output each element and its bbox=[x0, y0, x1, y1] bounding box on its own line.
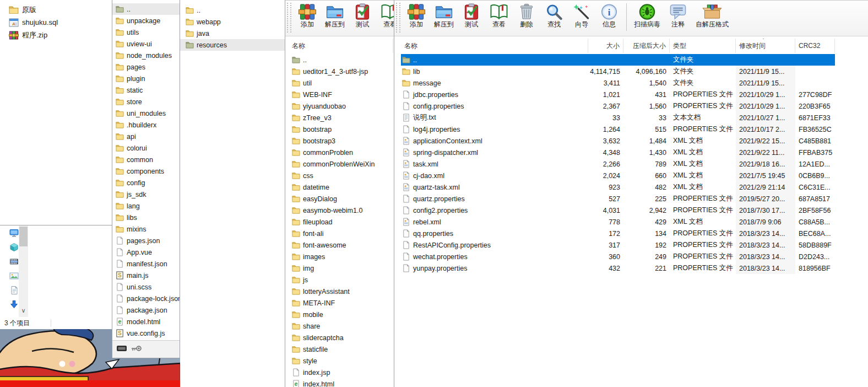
list-item[interactable]: .. bbox=[289, 54, 394, 66]
list-item[interactable]: img bbox=[289, 262, 394, 274]
scrollbar-thumb[interactable] bbox=[19, 227, 28, 246]
list-item[interactable]: js bbox=[289, 274, 394, 286]
table-row[interactable]: ..文件夹 bbox=[401, 54, 835, 66]
column-header-name[interactable]: 名称 bbox=[289, 39, 393, 53]
list-item[interactable]: node_modules bbox=[112, 50, 180, 61]
column-header-name[interactable]: 名称 bbox=[401, 39, 588, 53]
list-item[interactable]: colorui bbox=[112, 142, 180, 154]
table-row[interactable]: 说明.txt3333文本文档2021/10/27 1...6871EF33 bbox=[401, 112, 835, 123]
list-item[interactable]: plugin bbox=[112, 73, 180, 84]
picture-icon[interactable] bbox=[9, 271, 19, 281]
list-item[interactable]: js_sdk bbox=[112, 189, 180, 200]
table-row[interactable]: cj-dao.xml2,024660XML 文档2021/7/5 19:450C… bbox=[401, 170, 835, 181]
table-row[interactable]: message3,4111,540文件夹2021/11/9 15... bbox=[401, 77, 835, 89]
column-header-type[interactable]: 类型 bbox=[670, 39, 736, 53]
column-header-mtime[interactable]: ˇ修改时间 bbox=[736, 39, 795, 53]
list-item[interactable]: font-awesome bbox=[289, 239, 394, 251]
list-item[interactable]: lotteryAssistant bbox=[289, 286, 394, 297]
list-item[interactable]: pages bbox=[112, 61, 180, 73]
table-row[interactable]: qq.properties172134PROPERTIES 文件2018/3/2… bbox=[401, 228, 835, 239]
toolbar-button-view[interactable]: 查看 bbox=[376, 1, 394, 29]
toolbar-button-test[interactable]: 测试 bbox=[349, 1, 376, 29]
list-item[interactable]: bootstrap3 bbox=[289, 135, 394, 147]
list-item[interactable]: font-ali bbox=[289, 228, 394, 239]
list-item[interactable]: mobile bbox=[289, 309, 394, 320]
list-item[interactable]: zTree_v3 bbox=[289, 112, 394, 123]
toolbar-button-add[interactable]: 添加 bbox=[294, 1, 321, 29]
toolbar-button-find[interactable]: 查找 bbox=[540, 1, 568, 29]
list-item[interactable]: store bbox=[112, 96, 180, 108]
list-item[interactable]: commonProblen bbox=[289, 147, 394, 158]
list-item[interactable]: share bbox=[289, 320, 394, 332]
list-item[interactable]: Smain.js bbox=[112, 270, 180, 281]
list-item[interactable]: webapp bbox=[180, 16, 285, 28]
toolbar-drag-handle[interactable] bbox=[396, 3, 400, 33]
list-item[interactable]: api bbox=[112, 131, 180, 142]
list-item[interactable]: .. bbox=[180, 4, 285, 16]
list-item[interactable]: css bbox=[289, 170, 394, 181]
toolbar-button-comment[interactable]: 注释 bbox=[664, 1, 692, 29]
list-item[interactable]: images bbox=[289, 251, 394, 262]
list-item[interactable]: uview-ui bbox=[112, 38, 180, 50]
toolbar-button-view[interactable]: 查看 bbox=[485, 1, 513, 29]
list-item[interactable]: Svue.config.js bbox=[112, 327, 180, 339]
table-row[interactable]: task.xml2,266789XML 文档2021/9/18 16...12A… bbox=[401, 158, 835, 170]
list-item[interactable]: Ashujuku.sql bbox=[0, 16, 112, 29]
list-item[interactable]: config bbox=[112, 177, 180, 189]
shape3d-icon[interactable] bbox=[9, 243, 19, 252]
list-item[interactable]: WEB-INF bbox=[289, 89, 394, 100]
table-row[interactable]: spring-dispatcher.xml4,3481,430XML 文档202… bbox=[401, 147, 835, 158]
toolbar-button-delete[interactable]: 删除 bbox=[513, 1, 540, 29]
table-row[interactable]: quartz.properties527225PROPERTIES 文件2019… bbox=[401, 193, 835, 205]
nav-scrollbar[interactable] bbox=[19, 225, 28, 317]
column-header-size[interactable]: 大小 bbox=[588, 39, 623, 53]
list-item[interactable]: lang bbox=[112, 200, 180, 212]
table-row[interactable]: log4j.properties1,264515PROPERTIES 文件202… bbox=[401, 123, 835, 135]
table-row[interactable]: quartz-task.xml923482XML 文档2021/2/9 21:1… bbox=[401, 181, 835, 193]
list-item[interactable]: slidercaptcha bbox=[289, 332, 394, 343]
list-item[interactable]: ueditor1_4_3-utf8-jsp bbox=[289, 66, 394, 77]
list-item[interactable]: components bbox=[112, 165, 180, 177]
video-icon[interactable] bbox=[9, 257, 19, 266]
column-header-packed[interactable]: 压缩后大小 bbox=[623, 39, 670, 53]
list-item[interactable]: App.vue bbox=[112, 246, 180, 258]
list-item[interactable]: common bbox=[112, 154, 180, 165]
slide-dot-active[interactable] bbox=[59, 361, 66, 367]
toolbar-button-extract[interactable]: 解压到 bbox=[430, 1, 458, 29]
list-item[interactable]: util bbox=[289, 77, 394, 89]
table-row[interactable]: lib4,114,7154,096,160文件夹2021/11/9 15... bbox=[401, 66, 835, 77]
download-icon[interactable] bbox=[9, 300, 19, 309]
list-item[interactable]: bootstrap bbox=[289, 123, 394, 135]
list-item[interactable]: uni.scss bbox=[112, 281, 180, 293]
list-item[interactable]: commonProblenWeiXin bbox=[289, 158, 394, 170]
table-row[interactable]: yunpay.properties432221PROPERTIES 文件2018… bbox=[401, 262, 835, 274]
slide-dot[interactable] bbox=[69, 361, 75, 367]
list-item[interactable]: staticfile bbox=[289, 343, 394, 355]
table-row[interactable]: rebel.xml778429XML 文档2018/7/9 9:06C88A5B… bbox=[401, 216, 835, 228]
toolbar-button-scan[interactable]: 扫描病毒 bbox=[630, 1, 664, 29]
list-item[interactable]: emodel.html bbox=[112, 316, 180, 327]
toolbar-button-extract[interactable]: 解压到 bbox=[321, 1, 349, 29]
chevron-down-icon[interactable]: ∨ bbox=[20, 307, 27, 314]
list-item[interactable]: libs bbox=[112, 212, 180, 223]
table-row[interactable]: applicationContext.xml3,6321,484XML 文档20… bbox=[401, 135, 835, 147]
toolbar-button-wizard[interactable]: 向导 bbox=[568, 1, 595, 29]
table-row[interactable]: wechat.properties360249PROPERTIES 文件2018… bbox=[401, 251, 835, 262]
list-item[interactable]: manifest.json bbox=[112, 258, 180, 270]
table-row[interactable]: jdbc.properties1,021431PROPERTIES 文件2021… bbox=[401, 89, 835, 100]
list-item[interactable]: uni_modules bbox=[112, 108, 180, 119]
toolbar-drag-handle[interactable] bbox=[287, 3, 291, 33]
list-item[interactable]: eindex.html bbox=[289, 378, 394, 387]
column-header-crc[interactable]: CRC32 bbox=[795, 39, 835, 53]
table-row[interactable]: config.properties2,3671,560PROPERTIES 文件… bbox=[401, 100, 835, 112]
list-item[interactable]: fileupload bbox=[289, 216, 394, 228]
list-item[interactable]: 原版 bbox=[0, 3, 112, 16]
list-item[interactable]: resources bbox=[180, 39, 285, 51]
list-item[interactable]: utils bbox=[112, 26, 180, 38]
list-item[interactable]: 程序.zip bbox=[0, 29, 112, 41]
list-item[interactable]: datetime bbox=[289, 181, 394, 193]
list-item[interactable]: yiyuanduobao bbox=[289, 100, 394, 112]
computer-icon[interactable] bbox=[9, 228, 19, 238]
table-row[interactable]: config2.properties4,0312,942PROPERTIES 文… bbox=[401, 205, 835, 216]
list-item[interactable]: java bbox=[180, 28, 285, 39]
